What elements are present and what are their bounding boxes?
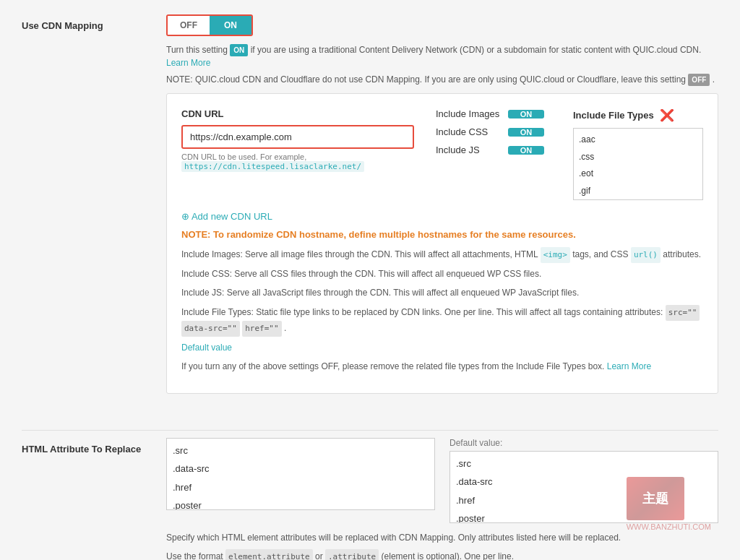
code-data-src: data-src="": [181, 321, 240, 337]
attr-default-label: Default value:: [449, 438, 718, 448]
desc-default-value: Default value: [181, 340, 703, 356]
html-attr-section: HTML Attribute To Replace .src .data-src…: [22, 438, 718, 560]
desc-turn-off: If you turn any of the above settings OF…: [181, 359, 703, 375]
desc-js: Include JS: Serve all JavaScript files t…: [181, 285, 703, 301]
desc-filetypes: Include File Types: Static file type lin…: [181, 305, 703, 337]
file-type-item: .gif: [577, 183, 700, 200]
file-type-item: .aac: [577, 132, 700, 149]
cdn-url-hint: CDN URL to be used. For example, https:/…: [181, 152, 414, 172]
include-js-label: Include JS: [436, 145, 501, 155]
cdn-url-label: CDN URL: [181, 108, 414, 119]
desc-filetypes-suffix: .: [284, 323, 286, 333]
cdn-url-section: CDN URL CDN URL to be used. For example,…: [181, 108, 414, 172]
attr-desc2: Use the format element.attribute or .att…: [166, 549, 718, 560]
code-element-attr: element.attribute: [225, 549, 313, 560]
code-img-tag: <img>: [541, 247, 570, 263]
desc-images-text: Include Images: Serve all image files th…: [181, 249, 538, 259]
cdn-mapping-learn-more[interactable]: Learn More: [166, 58, 210, 68]
file-types-section: Include File Types ❌ .aac .css .eot .gif…: [573, 108, 703, 200]
cdn-mapping-desc1: Turn this setting: [166, 45, 228, 55]
include-images-toggle[interactable]: ON: [508, 110, 544, 119]
code-href: href="": [242, 321, 281, 337]
code-src: src="": [666, 305, 700, 321]
attr-item: .poster: [170, 496, 431, 510]
cdn-mapping-note: NOTE: QUIC.cloud CDN and Cloudflare do n…: [166, 73, 718, 86]
include-js-toggle[interactable]: ON: [508, 146, 544, 155]
file-type-item: .jpeg: [577, 199, 700, 200]
include-css-label: Include CSS: [436, 126, 501, 137]
include-section: Include Images ON Include CSS ON Include…: [436, 108, 551, 163]
desc-filetypes-text: Include File Types: Static file type lin…: [181, 307, 663, 317]
turn-off-text: If you turn any of the above settings OF…: [181, 361, 604, 371]
add-cdn-url-link[interactable]: Add new CDN URL: [181, 211, 272, 222]
cdn-mapping-on-badge: ON: [230, 44, 248, 56]
cdn-url-hint-text: CDN URL to be used. For example,: [181, 152, 306, 161]
attr-list-container: .src .data-src .href .poster source.srcs…: [166, 438, 435, 523]
cdn-url-hint-code: https://cdn.litespeed.lisaclarke.net/: [181, 161, 364, 172]
add-cdn-row: Add new CDN URL: [181, 211, 703, 222]
include-images-label: Include Images: [436, 108, 501, 119]
desc-images-text2: tags, and CSS: [572, 249, 628, 259]
cdn-mapping-note-suffix: .: [713, 74, 715, 85]
learn-more-link2[interactable]: Learn More: [607, 361, 651, 371]
attr-desc1: Specify which HTML element attributes wi…: [166, 530, 718, 546]
cdn-mapping-label: Use CDN Mapping: [22, 14, 166, 31]
attr-item: .href: [170, 478, 431, 496]
code-url: url(): [631, 247, 661, 263]
desc-images-text3: attributes.: [663, 249, 701, 259]
file-types-label: Include File Types: [573, 110, 654, 121]
close-icon[interactable]: ❌: [660, 108, 674, 122]
cdn-mapping-on-btn[interactable]: ON: [210, 16, 251, 35]
cdn-mapping-off-btn[interactable]: OFF: [168, 16, 210, 35]
file-type-item: .css: [577, 149, 700, 166]
attr-item: .data-src: [170, 460, 431, 478]
watermark: 主题 WWW.BANZHUTI.COM: [627, 477, 711, 531]
desc-images: Include Images: Serve all image files th…: [181, 247, 703, 263]
attr-desc3: (element is optional). One per line.: [382, 551, 514, 560]
file-types-header: Include File Types ❌: [573, 108, 703, 122]
file-types-list[interactable]: .aac .css .eot .gif .jpeg: [573, 128, 703, 200]
include-images-row: Include Images ON: [436, 108, 551, 119]
attr-default-item: .src: [453, 455, 715, 473]
include-js-row: Include JS ON: [436, 145, 551, 155]
cdn-mapping-toggle-group: OFF ON: [166, 14, 253, 36]
include-css-row: Include CSS ON: [436, 126, 551, 137]
cdn-mapping-section: Use CDN Mapping OFF ON Turn this setting…: [22, 14, 718, 408]
cdn-card: CDN URL CDN URL to be used. For example,…: [166, 93, 718, 394]
attr-item: .src: [170, 441, 431, 460]
watermark-text: WWW.BANZHUTI.COM: [627, 522, 711, 531]
cdn-url-input[interactable]: [181, 125, 414, 149]
cdn-mapping-desc: Turn this setting ON if you are using a …: [166, 43, 718, 69]
code-attr: .attribute: [325, 549, 379, 560]
file-type-item: .eot: [577, 165, 700, 183]
html-attr-listbox[interactable]: .src .data-src .href .poster source.srcs…: [166, 438, 435, 510]
cdn-mapping-off-badge: OFF: [688, 74, 710, 86]
cdn-mapping-desc1rest: if you are using a traditional Content D…: [251, 45, 702, 55]
attr-or: or: [315, 551, 323, 560]
watermark-logo: 主题: [627, 477, 684, 520]
cdn-mapping-note-text: NOTE: QUIC.cloud CDN and Cloudflare do n…: [166, 74, 686, 85]
note-orange: NOTE: To randomize CDN hostname, define …: [181, 229, 703, 240]
html-attr-label: HTML Attribute To Replace: [22, 438, 166, 455]
default-value-link[interactable]: Default value: [181, 343, 232, 353]
attr-desc2-text: Use the format: [166, 551, 223, 560]
cdn-mapping-content: OFF ON Turn this setting ON if you are u…: [166, 14, 718, 394]
desc-css: Include CSS: Serve all CSS files through…: [181, 267, 703, 283]
cdn-card-inner: CDN URL CDN URL to be used. For example,…: [181, 108, 703, 200]
include-css-toggle[interactable]: ON: [508, 128, 544, 137]
